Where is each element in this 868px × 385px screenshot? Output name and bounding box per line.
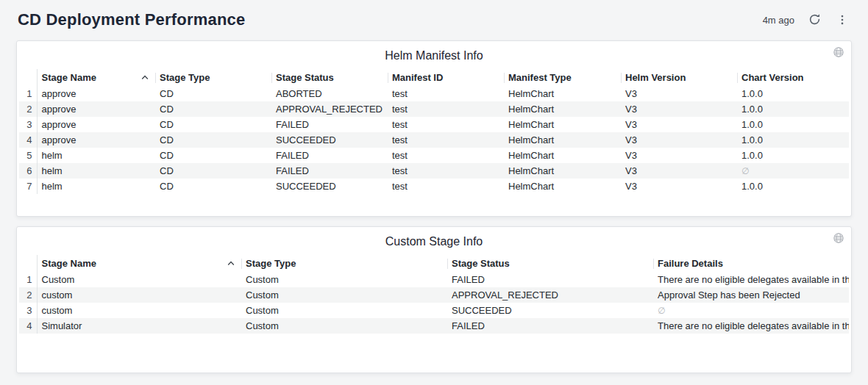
table-cell-manifest-id: test — [388, 132, 504, 148]
table-cell-failure-details: Approval Step has been Rejected — [653, 287, 849, 303]
table-cell-stage-status: SUCCEEDED — [271, 179, 388, 194]
panel-links-button[interactable] — [833, 232, 844, 247]
row-number: 4 — [19, 132, 37, 148]
column-header-manifest-id[interactable]: Manifest ID — [388, 69, 504, 86]
column-label: Stage Type — [246, 258, 296, 269]
sort-ascending-icon — [141, 75, 149, 80]
table-cell-stage-status: APPROVAL_REJECTED — [447, 287, 653, 303]
column-label: Helm Version — [625, 72, 686, 83]
table-cell-chart-version: 1.0.0 — [737, 179, 849, 194]
empty-value: ∅ — [653, 303, 849, 318]
column-header-stage-name[interactable]: Stage Name — [37, 255, 241, 272]
table-cell-helm-version: V3 — [621, 148, 737, 163]
table-row: 1CustomCustomFAILEDThere are no eligible… — [19, 272, 849, 287]
column-label: Chart Version — [741, 72, 804, 83]
column-label: Stage Type — [160, 72, 210, 83]
table-cell-helm-version: V3 — [621, 179, 737, 194]
kebab-menu-icon — [836, 14, 848, 26]
sort-ascending-icon — [227, 261, 235, 266]
table-cell-failure-details: There are no eligible delegates availabl… — [653, 318, 849, 334]
table-row: 3approveCDFAILEDtestHelmChartV31.0.0 — [19, 117, 849, 132]
row-number: 5 — [19, 148, 37, 163]
row-number: 7 — [19, 179, 37, 194]
row-number: 6 — [19, 163, 37, 179]
table-cell-stage-type: Custom — [241, 318, 447, 334]
row-number: 4 — [19, 318, 37, 334]
table-cell-manifest-id: test — [388, 117, 504, 132]
table-cell-stage-name: helm — [37, 179, 155, 194]
table-cell-manifest-id: test — [388, 86, 504, 101]
table-cell-stage-name: helm — [37, 148, 155, 163]
table-cell-chart-version: 1.0.0 — [737, 132, 849, 148]
empty-value: ∅ — [737, 163, 849, 179]
chevron-up-icon — [141, 75, 149, 80]
table-cell-stage-status: FAILED — [271, 117, 388, 132]
column-header-stage-type[interactable]: Stage Type — [241, 255, 447, 272]
table-cell-manifest-type: HelmChart — [504, 86, 621, 101]
column-header-failure-details[interactable]: Failure Details — [653, 255, 849, 272]
table-cell-helm-version: V3 — [621, 132, 737, 148]
table-row: 2customCustomAPPROVAL_REJECTEDApproval S… — [19, 287, 849, 303]
table-cell-stage-name: custom — [37, 303, 241, 318]
chevron-up-icon — [227, 261, 235, 266]
row-number: 1 — [19, 272, 37, 287]
panel-links-button[interactable] — [833, 46, 844, 61]
table-row: 5helmCDFAILEDtestHelmChartV31.0.0 — [19, 148, 849, 163]
table-cell-manifest-type: HelmChart — [504, 148, 621, 163]
table-cell-chart-version: 1.0.0 — [737, 148, 849, 163]
table-cell-stage-status: SUCCEEDED — [447, 303, 653, 318]
column-label: Failure Details — [658, 258, 723, 269]
last-refresh-label: 4m ago — [763, 14, 794, 26]
table-cell-stage-type: CD — [155, 117, 271, 132]
column-label: Stage Status — [452, 258, 510, 269]
table-row: 2approveCDAPPROVAL_REJECTEDtestHelmChart… — [19, 101, 849, 117]
column-header-stage-name[interactable]: Stage Name — [37, 69, 155, 86]
table-cell-stage-status: FAILED — [447, 318, 653, 334]
table-cell-manifest-type: HelmChart — [504, 132, 621, 148]
table-cell-stage-status: FAILED — [271, 148, 388, 163]
table-cell-stage-type: CD — [155, 148, 271, 163]
column-header-chart-version[interactable]: Chart Version — [737, 69, 849, 86]
table-cell-manifest-type: HelmChart — [504, 179, 621, 194]
table-cell-manifest-id: test — [388, 179, 504, 194]
table-cell-manifest-id: test — [388, 163, 504, 179]
panel-title: Custom Stage Info — [17, 227, 851, 249]
table-cell-chart-version: 1.0.0 — [737, 86, 849, 101]
column-header-stage-status[interactable]: Stage Status — [271, 69, 388, 86]
table-cell-stage-status: ABORTED — [271, 86, 388, 101]
table-cell-stage-name: approve — [37, 132, 155, 148]
table-cell-stage-name: custom — [37, 287, 241, 303]
table-cell-chart-version: 1.0.0 — [737, 117, 849, 132]
table-cell-stage-type: CD — [155, 132, 271, 148]
refresh-icon — [808, 13, 821, 26]
table-cell-helm-version: V3 — [621, 117, 737, 132]
column-header-stage-status[interactable]: Stage Status — [447, 255, 653, 272]
table-cell-helm-version: V3 — [621, 86, 737, 101]
table-cell-stage-name: Simulator — [37, 318, 241, 334]
row-number: 2 — [19, 101, 37, 117]
table-cell-manifest-id: test — [388, 101, 504, 117]
refresh-button[interactable] — [806, 12, 822, 28]
table-row: 3customCustomSUCCEEDED∅ — [19, 303, 849, 318]
header-row: Stage NameStage TypeStage StatusFailure … — [19, 255, 849, 272]
row-number: 3 — [19, 303, 37, 318]
table-cell-stage-name: approve — [37, 101, 155, 117]
column-header-manifest-type[interactable]: Manifest Type — [504, 69, 621, 86]
column-label: Stage Name — [42, 72, 96, 83]
custom-stage-table: Stage NameStage TypeStage StatusFailure … — [19, 255, 849, 334]
column-label: Stage Status — [276, 72, 334, 83]
table-cell-stage-name: approve — [37, 117, 155, 132]
kebab-menu-button[interactable] — [834, 12, 850, 28]
table-cell-helm-version: V3 — [621, 101, 737, 117]
table-cell-manifest-type: HelmChart — [504, 163, 621, 179]
column-header-stage-type[interactable]: Stage Type — [155, 69, 271, 86]
table-row: 1approveCDABORTEDtestHelmChartV31.0.0 — [19, 86, 849, 101]
table-cell-stage-type: Custom — [241, 303, 447, 318]
table-cell-manifest-type: HelmChart — [504, 117, 621, 132]
column-header-helm-version[interactable]: Helm Version — [621, 69, 737, 86]
table-cell-stage-type: CD — [155, 179, 271, 194]
table-cell-stage-status: FAILED — [271, 163, 388, 179]
row-number: 1 — [19, 86, 37, 101]
row-number-header — [19, 255, 37, 272]
table-cell-stage-type: CD — [155, 86, 271, 101]
